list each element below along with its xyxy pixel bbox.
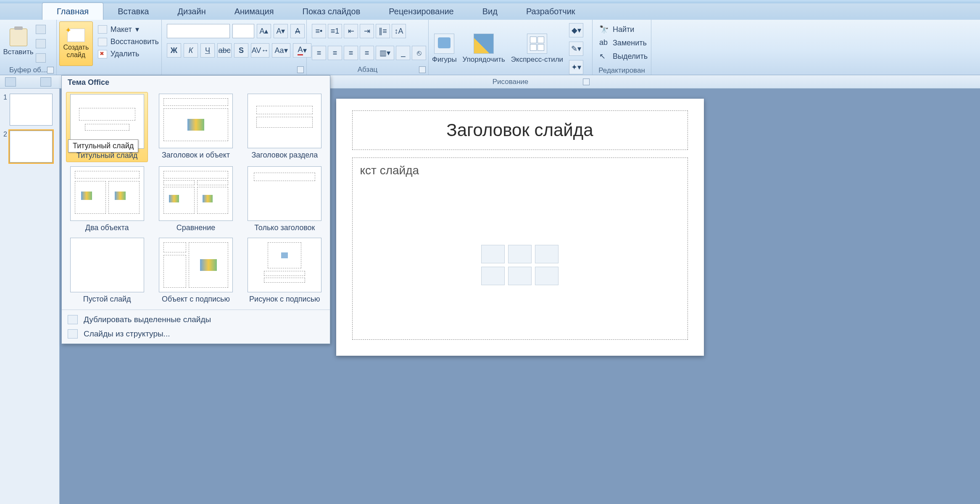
text-direction-button[interactable]: ↕A <box>392 24 406 38</box>
drawing-dialog-launcher[interactable] <box>583 79 590 85</box>
line-spacing-button[interactable]: ‖≡ <box>376 24 390 38</box>
smartart-button[interactable]: ⎋ <box>412 46 426 60</box>
slide-thumbnail-2[interactable]: 2 <box>3 131 56 163</box>
layout-label-6: Пустой слайд <box>83 295 131 304</box>
layout-tooltip: Титульный слайд <box>68 139 138 152</box>
title-placeholder-text: Заголовок слайда <box>446 120 593 140</box>
content-placeholder-text: кст слайда <box>360 164 680 177</box>
layout-picture-with-caption[interactable]: Рисунок с подписью <box>244 236 326 305</box>
paragraph-dialog-launcher[interactable] <box>419 66 426 73</box>
layout-label-1: Заголовок и объект <box>162 151 230 160</box>
change-case-button[interactable]: Aa▾ <box>272 43 290 58</box>
grow-font-button[interactable]: A▴ <box>257 24 271 38</box>
char-spacing-button[interactable]: AV↔ <box>251 43 269 58</box>
align-right-button[interactable]: ≡ <box>344 46 358 60</box>
layout-label-3: Два объекта <box>85 223 129 232</box>
insert-picture-icon[interactable] <box>481 267 505 285</box>
underline-button[interactable]: Ч <box>200 43 215 58</box>
font-size-combo[interactable] <box>232 24 254 38</box>
arrange-button[interactable]: Упорядочить <box>463 34 505 64</box>
tab-view[interactable]: Вид <box>468 3 512 20</box>
tab-insert[interactable]: Вставка <box>103 3 163 20</box>
layout-blank[interactable]: Пустой слайд <box>66 236 148 305</box>
shrink-font-button[interactable]: A▾ <box>274 24 288 38</box>
bullets-button[interactable]: ≡• <box>312 24 326 38</box>
align-text-button[interactable]: ⎯ <box>396 46 410 60</box>
numbering-button[interactable]: ≡1 <box>328 24 342 38</box>
shapes-button[interactable]: Фигуры <box>432 34 457 64</box>
clipboard-dialog-launcher[interactable] <box>47 67 54 74</box>
justify-button[interactable]: ≡ <box>360 46 374 60</box>
italic-button[interactable]: К <box>184 43 198 58</box>
slides-pane-icon[interactable] <box>5 77 16 87</box>
slide-canvas[interactable]: Заголовок слайда кст слайда <box>336 99 704 356</box>
columns-button[interactable]: ▥▾ <box>376 46 394 60</box>
slides-from-outline-item[interactable]: Слайды из структуры... <box>62 327 330 341</box>
copy-icon[interactable] <box>36 39 46 48</box>
layout-two-content[interactable]: Два объекта <box>66 165 148 234</box>
title-placeholder[interactable]: Заголовок слайда <box>352 110 688 150</box>
delete-slide-button[interactable]: Удалить <box>98 50 159 58</box>
arrange-label: Упорядочить <box>463 55 505 64</box>
layout-label-8: Рисунок с подписью <box>249 295 320 304</box>
insert-chart-icon[interactable] <box>508 245 532 263</box>
shape-outline-button[interactable]: ✎▾ <box>569 42 583 56</box>
replace-button[interactable]: abЗаменить <box>599 38 648 47</box>
thumb-num-2: 2 <box>3 131 7 163</box>
shape-fill-button[interactable]: ◆▾ <box>569 23 583 37</box>
content-object-icon <box>169 195 179 202</box>
layout-button[interactable]: Макет ▾ <box>98 25 159 34</box>
cut-icon[interactable] <box>36 25 46 34</box>
outline-label: Слайды из структуры... <box>84 329 170 339</box>
tab-animation[interactable]: Анимация <box>220 3 288 20</box>
content-object-icon <box>81 192 92 200</box>
insert-smartart-icon[interactable] <box>535 245 558 263</box>
layout-label-5: Только заголовок <box>254 223 315 232</box>
outline-pane-icon[interactable] <box>40 77 51 87</box>
layout-section-header[interactable]: Заголовок раздела <box>244 92 326 162</box>
strike-button[interactable]: abc <box>217 43 232 58</box>
layout-icon <box>98 25 107 34</box>
tab-developer[interactable]: Разработчик <box>512 3 590 20</box>
new-slide-button[interactable]: Создать слайд <box>59 21 93 66</box>
layout-title-and-content[interactable]: Заголовок и объект <box>155 92 237 162</box>
reset-label: Восстановить <box>111 37 159 46</box>
select-button[interactable]: ↖Выделить <box>599 52 648 61</box>
font-name-combo[interactable] <box>167 24 230 38</box>
shadow-button[interactable]: S <box>234 43 248 58</box>
format-painter-icon[interactable] <box>36 53 46 63</box>
ribbon-tabstrip: Главная Вставка Дизайн Анимация Показ сл… <box>0 3 980 20</box>
paste-button[interactable]: Вставить <box>3 21 34 63</box>
group-editing: 🔭Найти abЗаменить ↖Выделить Редактирован <box>593 20 651 75</box>
slide-thumbnails-panel: 1 2 <box>0 89 60 504</box>
insert-media-icon[interactable] <box>535 267 558 285</box>
tab-design[interactable]: Дизайн <box>163 3 220 20</box>
insert-table-icon[interactable] <box>481 245 505 263</box>
quick-styles-label: Экспресс-стили <box>511 55 563 64</box>
content-object-icon <box>203 195 213 202</box>
insert-clipart-icon[interactable] <box>508 267 532 285</box>
reset-icon <box>98 38 107 46</box>
reset-button[interactable]: Восстановить <box>98 37 159 46</box>
new-slide-icon <box>67 29 85 42</box>
tab-slideshow[interactable]: Показ слайдов <box>288 3 375 20</box>
content-placeholder[interactable]: кст слайда <box>352 158 688 340</box>
layout-title-only[interactable]: Только заголовок <box>244 165 326 234</box>
clear-format-button[interactable]: A̶ <box>290 24 305 38</box>
quick-styles-button[interactable]: Экспресс-стили <box>511 34 563 64</box>
bold-button[interactable]: Ж <box>167 43 181 58</box>
duplicate-slides-item[interactable]: Дублировать выделенные слайды <box>62 312 330 327</box>
shape-effects-button[interactable]: ✦▾ <box>569 60 583 74</box>
tab-review[interactable]: Рецензирование <box>374 3 468 20</box>
find-button[interactable]: 🔭Найти <box>599 25 648 34</box>
tab-home[interactable]: Главная <box>42 3 103 20</box>
layout-content-with-caption[interactable]: Объект с подписью <box>155 236 237 305</box>
align-left-button[interactable]: ≡ <box>312 46 326 60</box>
layout-comparison[interactable]: Сравнение <box>155 165 237 234</box>
slide-thumbnail-1[interactable]: 1 <box>3 94 56 126</box>
decrease-indent-button[interactable]: ⇤ <box>344 24 358 38</box>
picture-icon <box>281 252 288 258</box>
font-dialog-launcher[interactable] <box>297 66 304 73</box>
increase-indent-button[interactable]: ⇥ <box>360 24 374 38</box>
align-center-button[interactable]: ≡ <box>328 46 342 60</box>
